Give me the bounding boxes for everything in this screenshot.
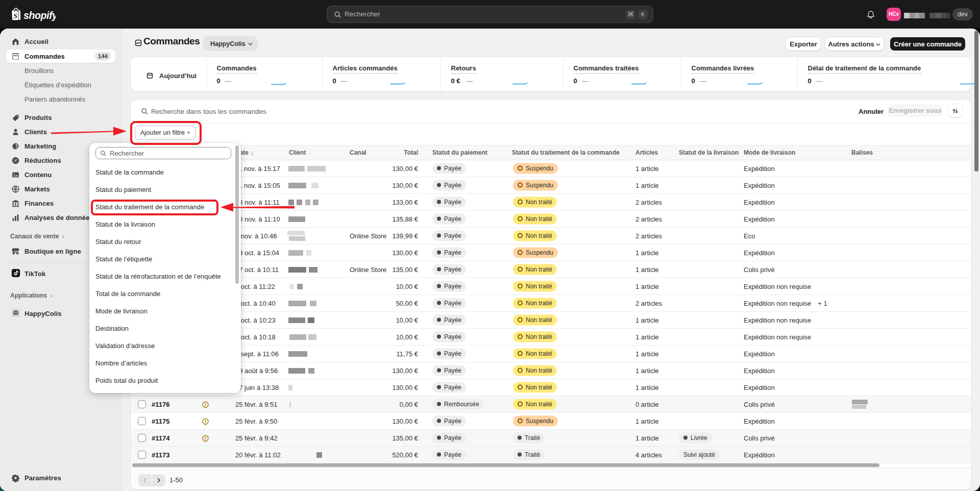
svg-text:shopify: shopify xyxy=(23,10,56,21)
svg-text:S: S xyxy=(13,12,17,19)
svg-text:$: $ xyxy=(15,187,17,191)
